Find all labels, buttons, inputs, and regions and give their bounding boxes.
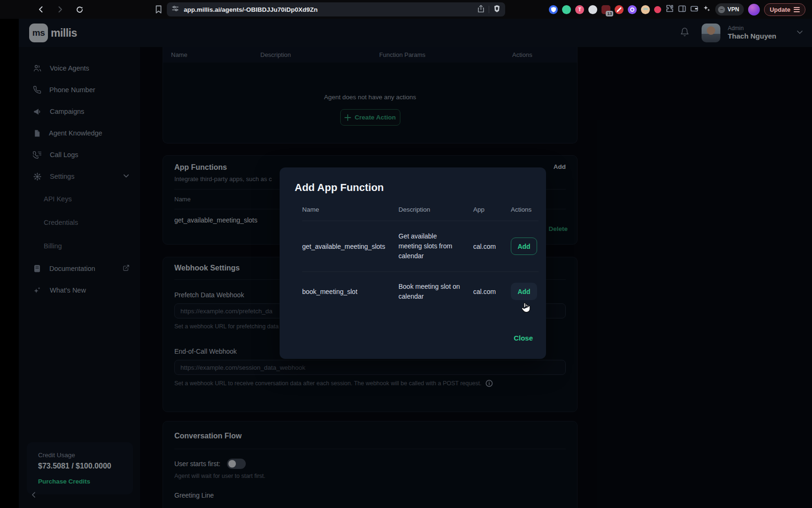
modal-row-get-available-meeting-slots: get_available_meeting_slots Get availabl… <box>302 221 539 271</box>
extension-ring-icon[interactable] <box>628 5 637 14</box>
function-name: book_meeting_slot <box>302 288 398 295</box>
function-app: cal.com <box>473 288 511 295</box>
add-function-button[interactable]: Add <box>511 238 537 255</box>
extension-adblock-icon[interactable] <box>615 5 624 14</box>
add-function-button-hovered[interactable]: Add <box>511 283 537 300</box>
extension-badged-icon[interactable]: 13 <box>601 5 610 14</box>
function-description: Get available meeting slots from calenda… <box>398 231 461 261</box>
extension-mint-icon[interactable] <box>562 5 571 14</box>
browser-toolbar: app.millis.ai/agents/-OBIBDJJu70iDp0Xd9Z… <box>0 0 812 19</box>
extension-avatar-icon[interactable] <box>641 5 650 14</box>
wallet-icon[interactable] <box>690 5 698 15</box>
extensions-puzzle-icon[interactable] <box>665 4 674 15</box>
modal-title: Add App Function <box>295 182 546 194</box>
url-bar[interactable]: app.millis.ai/agents/-OBIBDJJu70iDp0Xd9Z… <box>167 2 505 16</box>
forward-icon[interactable] <box>56 5 64 14</box>
back-icon[interactable] <box>37 5 45 14</box>
app-window: ms millis Admin Thach Nguyen Voice Agent… <box>19 19 812 508</box>
screen: app.millis.ai/agents/-OBIBDJJu70iDp0Xd9Z… <box>0 0 812 508</box>
function-name: get_available_meeting_slots <box>302 243 398 250</box>
url-text[interactable]: app.millis.ai/agents/-OBIBDJJu70iDp0Xd9Z… <box>184 6 477 13</box>
share-icon[interactable] <box>477 5 484 15</box>
brave-shield-icon[interactable] <box>493 5 500 15</box>
browser-update-button[interactable]: Update <box>764 3 805 16</box>
sidebar-toggle-icon[interactable] <box>678 5 686 15</box>
bookmark-icon[interactable] <box>155 5 162 16</box>
modal-table: Name Description App Actions get_availab… <box>302 206 539 311</box>
vpn-icon: − <box>718 6 725 13</box>
extension-cloud-icon[interactable] <box>588 5 597 14</box>
menu-icon <box>794 7 800 12</box>
function-description: Book meeting slot on calendar <box>398 282 461 302</box>
add-app-function-modal: Add App Function Name Description App Ac… <box>280 167 546 359</box>
modal-table-header: Name Description App Actions <box>302 206 539 221</box>
extension-dot-icon[interactable] <box>654 6 661 13</box>
url-separator <box>489 6 489 13</box>
leo-sparkle-icon[interactable] <box>703 4 711 15</box>
modal-close-button[interactable]: Close <box>514 334 533 342</box>
site-settings-icon[interactable] <box>172 5 179 14</box>
extension-badge: 13 <box>606 11 613 16</box>
browser-extensions: T 13 −VPN Update <box>549 0 805 19</box>
function-app: cal.com <box>473 243 511 250</box>
reload-icon[interactable] <box>75 5 84 14</box>
extension-t-icon[interactable]: T <box>575 5 584 14</box>
browser-profile-avatar[interactable] <box>748 4 760 16</box>
modal-row-book-meeting-slot: book_meeting_slot Book meeting slot on c… <box>302 271 539 311</box>
extension-shield-icon[interactable] <box>549 5 558 14</box>
vpn-button[interactable]: −VPN <box>715 3 744 16</box>
